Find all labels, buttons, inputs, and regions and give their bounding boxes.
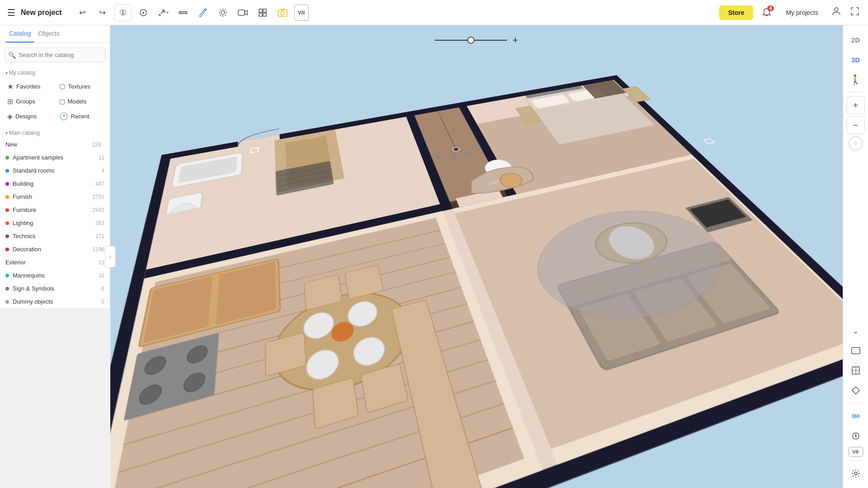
item-label: Furnish [13, 193, 32, 200]
catalog-designs[interactable]: ◈ Designs [4, 109, 55, 123]
tab-catalog[interactable]: Catalog [5, 25, 34, 42]
left-sidebar: Catalog Objects 🔍 My catalog ★ Favorites… [0, 25, 110, 308]
settings-button[interactable] [847, 465, 865, 483]
models-label: Models [68, 98, 87, 105]
search-input[interactable] [5, 47, 105, 62]
item-label: New [5, 141, 17, 148]
store-button[interactable]: Store [719, 5, 754, 20]
my-projects-button[interactable]: My projects [780, 6, 824, 19]
groups-label: Groups [16, 98, 35, 105]
layout-view-button[interactable] [847, 361, 865, 380]
right-bottom-tools: ⌄ 360 VR [847, 322, 865, 483]
catalog-favorites[interactable]: ★ Favorites [4, 80, 55, 94]
zoom-out-button[interactable]: − [847, 116, 865, 134]
camera-video-button[interactable] [235, 5, 251, 21]
item-count: 171 [95, 233, 104, 239]
tab-objects[interactable]: Objects [34, 25, 63, 42]
catalog-item-apartment[interactable]: Apartment samples 11 [0, 151, 110, 164]
redo-button[interactable]: ↪ [94, 5, 111, 21]
photo-button[interactable] [274, 5, 291, 21]
view-2d-button[interactable]: 2D [847, 31, 865, 49]
rect-view-button[interactable] [847, 342, 865, 360]
groups-icon: ⊞ [7, 97, 13, 106]
dot-icon [5, 182, 9, 186]
catalog-item-building[interactable]: Building 487 [0, 177, 110, 190]
item-label: Lighting [13, 220, 33, 226]
catalog-item-furniture[interactable]: Furniture 2942 [0, 203, 110, 216]
svg-rect-17 [259, 9, 262, 12]
vr-view-button[interactable]: VR [849, 447, 863, 457]
floorplan-svg [110, 50, 843, 488]
svg-point-123 [854, 472, 857, 475]
orbit-button[interactable]: ○ [849, 136, 863, 150]
catalog-item-lighting[interactable]: Lighting 283 [0, 216, 110, 230]
dot-icon [5, 221, 9, 225]
topbar: ☰ New project ↩ ↪ ① ▾ VR [0, 0, 868, 25]
fullscreen-button[interactable] [849, 5, 861, 19]
paint-button[interactable] [195, 5, 211, 21]
item-arrow: › [103, 142, 104, 147]
textures-label: Textures [68, 83, 90, 90]
dot-icon [5, 156, 9, 160]
clock-view-button[interactable] [847, 427, 865, 445]
catalog-item-dummy[interactable]: Dummy objects 0 [0, 295, 110, 308]
item-label: Mannequins [13, 272, 45, 279]
diamond-view-button[interactable] [847, 381, 865, 399]
notification-button[interactable]: 4 [759, 5, 775, 21]
catalog-item-new[interactable]: New 228 › [0, 138, 110, 151]
main-layout: Catalog Objects 🔍 My catalog ★ Favorites… [0, 25, 868, 488]
svg-line-12 [220, 9, 221, 10]
svg-rect-116 [852, 347, 860, 354]
dot-icon [5, 300, 9, 304]
svg-rect-16 [238, 10, 245, 15]
catalog-groups[interactable]: ⊞ Groups [4, 94, 55, 108]
catalog-item-mannequins[interactable]: Mannequins 16 [0, 269, 110, 282]
sidebar-tabs: Catalog Objects [0, 25, 110, 43]
view-3d-button[interactable]: 3D [847, 51, 865, 69]
catalog-item-decoration[interactable]: Decoration 1196 [0, 243, 110, 256]
canvas-area[interactable]: + [110, 25, 843, 488]
catalog-item-signs[interactable]: Sign & Symbols 6 [0, 282, 110, 295]
360-button[interactable]: 360 [847, 407, 865, 425]
catalog-recent[interactable]: 🕐 Recent [56, 109, 107, 123]
dot-icon [5, 235, 9, 238]
item-label: Technics [13, 233, 36, 239]
svg-rect-21 [278, 10, 287, 16]
recent-label: Recent [71, 113, 90, 120]
svg-line-13 [225, 14, 226, 15]
dot-icon [5, 169, 9, 173]
layout-button[interactable] [255, 5, 271, 21]
catalog-models[interactable]: ◻ Models [56, 94, 107, 108]
item-label: Exterior [5, 259, 26, 266]
item-count: 2942 [92, 207, 104, 213]
main-catalog-label: Main catalog [0, 127, 110, 138]
step-group: ① [114, 4, 132, 21]
sun-button[interactable] [215, 5, 231, 21]
svg-point-7 [221, 11, 225, 14]
designs-icon: ◈ [7, 112, 13, 121]
zoom-in-button[interactable]: + [847, 96, 865, 114]
catalog-item-rooms[interactable]: Standard rooms 4 [0, 164, 110, 177]
walk-mode-button[interactable]: 🚶 [847, 70, 865, 89]
favorites-icon: ★ [7, 82, 14, 91]
svg-line-14 [225, 9, 226, 10]
expand-down-button[interactable]: ⌄ [847, 322, 865, 340]
catalog-item-furnish[interactable]: Furnish 2755 [0, 190, 110, 203]
measure-button[interactable] [175, 5, 191, 21]
menu-icon[interactable]: ☰ [7, 7, 15, 18]
undo-button[interactable]: ↩ [75, 5, 91, 21]
sidebar-collapse-button[interactable]: ‹ [105, 246, 116, 267]
user-icon[interactable] [829, 4, 844, 21]
view-toggle-button[interactable] [135, 5, 151, 21]
item-label: Standard rooms [13, 167, 55, 174]
item-count: 11 [99, 155, 104, 161]
item-count: 1196 [92, 246, 104, 253]
vr-button[interactable]: VR [294, 5, 309, 21]
tools-dropdown-button[interactable]: ▾ [155, 5, 171, 21]
app-title: New project [21, 9, 62, 17]
catalog-textures[interactable]: ⬡ Textures [56, 80, 107, 94]
dot-icon [5, 195, 9, 199]
catalog-item-technics[interactable]: Technics 171 [0, 230, 110, 243]
catalog-item-exterior[interactable]: Exterior 13 [0, 256, 110, 269]
step-button[interactable]: ① [115, 5, 131, 21]
